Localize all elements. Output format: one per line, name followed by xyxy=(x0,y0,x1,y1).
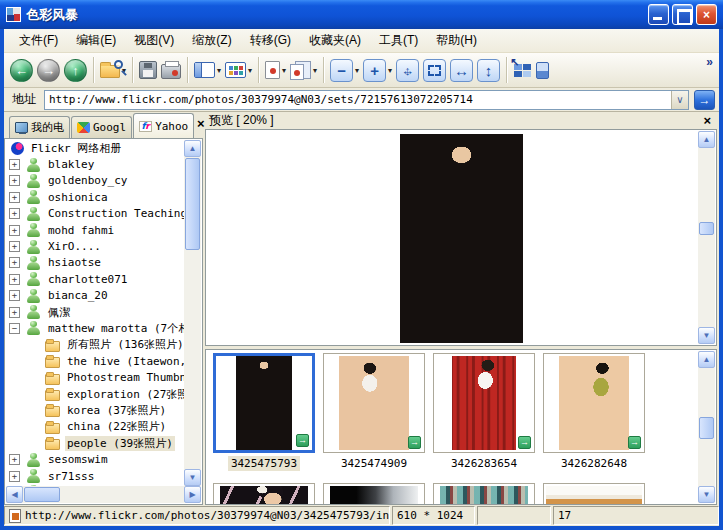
tree-item-label[interactable]: sr71sss xyxy=(46,470,96,483)
go-button[interactable]: → xyxy=(694,90,715,110)
tree-item-label[interactable]: Flickr 网络相册 xyxy=(29,141,123,156)
save-button[interactable] xyxy=(137,55,159,85)
double-image-button[interactable]: ▾ xyxy=(288,55,319,85)
tree-item-label[interactable]: china (22张照片) xyxy=(65,419,168,434)
thumbnail[interactable]: → xyxy=(213,353,315,453)
tree-item[interactable]: Photostream Thumbnai xyxy=(6,369,184,385)
tree-item[interactable]: + bianca_20 xyxy=(6,288,184,304)
scroll-up-button[interactable]: ▲ xyxy=(698,351,715,368)
menu-item[interactable]: 帮助(H) xyxy=(427,30,486,51)
thumbnail-label[interactable]: 3426282648 xyxy=(558,456,630,471)
menu-item[interactable]: 文件(F) xyxy=(10,30,67,51)
tab[interactable]: fr Yahoo xyxy=(133,113,194,138)
tree-item[interactable]: + charlotte071 xyxy=(6,271,184,287)
tree-expander[interactable]: − xyxy=(9,323,20,334)
tree-expander[interactable]: + xyxy=(9,274,20,285)
scroll-right-button[interactable]: ▶ xyxy=(184,486,201,503)
scroll-down-button[interactable]: ▼ xyxy=(698,486,715,503)
tree-item[interactable]: china (22张照片) xyxy=(6,419,184,435)
tree-item[interactable]: korea (37张照片) xyxy=(6,402,184,418)
minimize-button[interactable] xyxy=(648,4,669,25)
thumbnail[interactable] xyxy=(543,483,645,505)
menu-item[interactable]: 编辑(E) xyxy=(67,30,125,51)
scroll-thumb[interactable] xyxy=(185,158,200,250)
thumbnail[interactable]: → xyxy=(543,353,645,453)
thumbnail[interactable] xyxy=(213,483,315,505)
tree-item[interactable]: exploration (27张照片) xyxy=(6,386,184,402)
tree-item-label[interactable]: 所有照片 (136张照片) xyxy=(65,337,184,352)
tree-item[interactable]: people (39张照片) xyxy=(6,435,184,451)
fit-image-button[interactable]: ↔ ↕ xyxy=(394,55,421,85)
tree-expander[interactable]: + xyxy=(9,471,20,482)
fit-width-button[interactable]: ↔ xyxy=(448,55,475,85)
menu-item[interactable]: 收藏夹(A) xyxy=(300,30,370,51)
tree-item-label[interactable]: Photostream Thumbnai xyxy=(65,371,184,384)
tree-item[interactable]: + mohd fahmi xyxy=(6,222,184,238)
dropdown-caret-icon[interactable]: ▾ xyxy=(313,66,317,75)
scroll-thumb[interactable] xyxy=(699,417,714,439)
maximize-button[interactable] xyxy=(672,4,693,25)
fit-height-button[interactable]: ↕ xyxy=(475,55,502,85)
split-view-button[interactable] xyxy=(534,55,551,85)
address-input[interactable] xyxy=(44,90,689,110)
thumbnail[interactable]: → xyxy=(433,353,535,453)
preview-vertical-scrollbar[interactable]: ▲ ▼ xyxy=(698,131,715,344)
tree-item[interactable]: the hive (Itaewon, S xyxy=(6,353,184,369)
scroll-up-button[interactable]: ▲ xyxy=(184,140,201,157)
tree-expander[interactable]: + xyxy=(9,192,20,203)
thumbnail[interactable]: → xyxy=(323,353,425,453)
open-arrow-icon[interactable]: → xyxy=(296,434,309,447)
scroll-thumb[interactable] xyxy=(699,222,714,235)
tree-horizontal-scrollbar[interactable]: ◀ ▶ xyxy=(6,486,201,503)
menu-item[interactable]: 缩放(Z) xyxy=(183,30,240,51)
scroll-thumb[interactable] xyxy=(24,487,60,502)
thumbnail-vertical-scrollbar[interactable]: ▲ ▼ xyxy=(698,351,715,503)
tree-item[interactable]: + goldenboy_cy xyxy=(6,173,184,189)
tree-item-label[interactable]: mohd fahmi xyxy=(46,224,116,237)
tab[interactable]: Googl xyxy=(71,116,132,138)
tree-expander[interactable]: + xyxy=(9,307,20,318)
tree-item[interactable]: 所有照片 (136张照片) xyxy=(6,337,184,353)
tree-item-label[interactable]: korea (37张照片) xyxy=(65,403,168,418)
tree-item-label[interactable]: the hive (Itaewon, S xyxy=(65,355,184,368)
tab[interactable]: 我的电 xyxy=(9,116,70,138)
preview-image[interactable] xyxy=(400,134,523,343)
tree-expander[interactable]: + xyxy=(9,241,20,252)
thumbnail-view-button[interactable]: ▾ xyxy=(223,55,254,85)
tree-expander[interactable]: + xyxy=(9,225,20,236)
scroll-up-button[interactable]: ▲ xyxy=(698,131,715,148)
thumbnail[interactable] xyxy=(433,483,535,505)
thumbnail[interactable] xyxy=(323,483,425,505)
tree-expander[interactable]: + xyxy=(9,159,20,170)
tree-item-label[interactable]: XirO.... xyxy=(46,240,103,253)
menu-item[interactable]: 工具(T) xyxy=(370,30,427,51)
fit-window-button[interactable] xyxy=(421,55,448,85)
dropdown-caret-icon[interactable]: ▾ xyxy=(355,66,359,75)
close-button[interactable]: × xyxy=(696,4,717,25)
open-arrow-icon[interactable]: → xyxy=(408,436,421,449)
scroll-left-button[interactable]: ◀ xyxy=(6,486,23,503)
dropdown-caret-icon[interactable]: ▾ xyxy=(248,66,252,75)
preview-close-button[interactable]: × xyxy=(703,113,711,128)
tree-item[interactable]: + blakley xyxy=(6,156,184,172)
tree-item[interactable]: + 佩潔 xyxy=(6,304,184,320)
tree-item[interactable]: + oshionica xyxy=(6,189,184,205)
thumbnail-label[interactable]: 3425474909 xyxy=(338,456,410,471)
dropdown-caret-icon[interactable]: ▾ xyxy=(282,66,286,75)
tree-expander[interactable]: + xyxy=(9,175,20,186)
tree-item-label[interactable]: 佩潔 xyxy=(46,305,72,320)
scroll-down-button[interactable]: ▼ xyxy=(698,327,715,344)
preview-viewport[interactable]: ▲ ▼ xyxy=(205,129,717,346)
menu-item[interactable]: 转移(G) xyxy=(241,30,300,51)
open-arrow-icon[interactable]: → xyxy=(628,436,641,449)
tree-vertical-scrollbar[interactable]: ▲ ▼ xyxy=(184,140,201,486)
tree-item[interactable]: + sesomswim xyxy=(6,451,184,467)
tree-expander[interactable]: + xyxy=(9,208,20,219)
single-image-button[interactable]: ▾ xyxy=(263,55,288,85)
back-button[interactable]: ← xyxy=(8,55,35,85)
thumbnail-label[interactable]: 3426283654 xyxy=(448,456,520,471)
tree-expander[interactable]: + xyxy=(9,454,20,465)
tree-item-label[interactable]: oshionica xyxy=(46,191,110,204)
up-button[interactable]: ↑ xyxy=(62,55,89,85)
search-folder-button[interactable]: ▾ xyxy=(98,55,128,85)
